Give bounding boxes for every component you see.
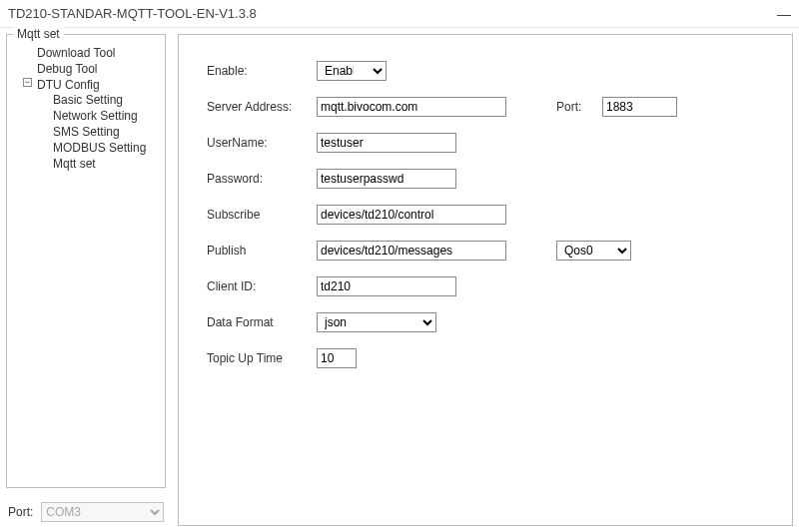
- tree-item-debug-tool[interactable]: Debug Tool: [25, 61, 161, 77]
- tree-item-mqtt-set[interactable]: Mqtt set: [51, 156, 159, 172]
- row-username: UserName:: [207, 133, 774, 153]
- port-label: Port:: [8, 505, 33, 519]
- tree-item-label: DTU Config: [37, 78, 100, 92]
- enable-label: Enable:: [207, 64, 307, 78]
- tree-item-dtu-config[interactable]: − DTU Config Basic Setting Network Setti…: [25, 77, 161, 173]
- titlebar-buttons: —: [777, 6, 791, 22]
- tree-item-basic-setting[interactable]: Basic Setting: [51, 92, 159, 108]
- username-label: UserName:: [207, 136, 307, 150]
- topicuptime-label: Topic Up Time: [207, 351, 307, 365]
- port-input[interactable]: [602, 97, 677, 117]
- expand-icon[interactable]: −: [23, 78, 32, 87]
- qos-select[interactable]: Qos0: [556, 241, 631, 261]
- window-title: TD210-STANDAR-MQTT-TOOL-EN-V1.3.8: [8, 6, 257, 21]
- tree-item-download-tool[interactable]: Download Tool: [25, 45, 161, 61]
- subscribe-label: Subscribe: [207, 208, 307, 222]
- port-row: Port: COM3: [6, 498, 166, 526]
- port-label-form: Port:: [556, 100, 592, 114]
- row-clientid: Client ID:: [207, 276, 774, 296]
- dataformat-label: Data Format: [207, 315, 307, 329]
- row-subscribe: Subscribe: [207, 205, 774, 225]
- enable-select[interactable]: Enable: [317, 61, 387, 81]
- row-dataformat: Data Format json: [207, 312, 774, 332]
- row-publish: Publish Qos0: [207, 241, 774, 261]
- dataformat-select[interactable]: json: [317, 312, 436, 332]
- port-select[interactable]: COM3: [41, 502, 164, 522]
- titlebar: TD210-STANDAR-MQTT-TOOL-EN-V1.3.8 —: [0, 0, 799, 28]
- clientid-label: Client ID:: [207, 279, 307, 293]
- tree-item-network-setting[interactable]: Network Setting: [51, 108, 159, 124]
- config-tree[interactable]: Download Tool Debug Tool − DTU Config Ba…: [11, 41, 161, 173]
- minimize-button[interactable]: —: [777, 6, 791, 22]
- form-panel: Enable: Enable Server Address: Port: Use…: [178, 34, 793, 526]
- main-area: Mqtt set Download Tool Debug Tool − DTU …: [0, 28, 799, 532]
- publish-label: Publish: [207, 244, 307, 258]
- groupbox-label: Mqtt set: [13, 27, 64, 41]
- row-password: Password:: [207, 169, 774, 189]
- tree-item-modbus-setting[interactable]: MODBUS Setting: [51, 140, 159, 156]
- left-panel: Mqtt set Download Tool Debug Tool − DTU …: [6, 34, 166, 526]
- row-server: Server Address: Port:: [207, 97, 774, 117]
- clientid-input[interactable]: [317, 276, 456, 296]
- server-input[interactable]: [317, 97, 506, 117]
- publish-input[interactable]: [317, 241, 506, 261]
- tree-groupbox: Mqtt set Download Tool Debug Tool − DTU …: [6, 34, 166, 488]
- password-input[interactable]: [317, 169, 456, 189]
- topicuptime-input[interactable]: [317, 348, 357, 368]
- subscribe-input[interactable]: [317, 205, 506, 225]
- password-label: Password:: [207, 172, 307, 186]
- row-topicuptime: Topic Up Time: [207, 348, 774, 368]
- username-input[interactable]: [317, 133, 456, 153]
- tree-item-sms-setting[interactable]: SMS Setting: [51, 124, 159, 140]
- row-enable: Enable: Enable: [207, 61, 774, 81]
- server-label: Server Address:: [207, 100, 307, 114]
